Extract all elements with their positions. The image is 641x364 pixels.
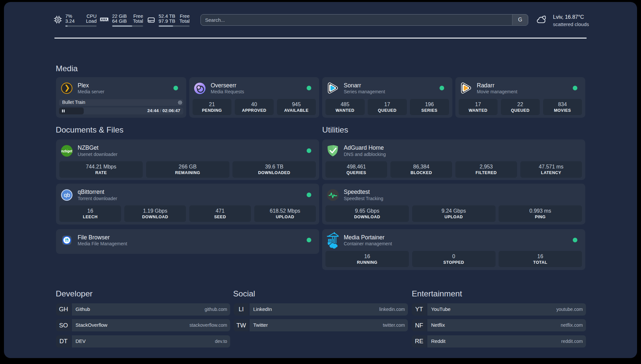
svg-text:qb: qb [64, 192, 70, 198]
svg-text:nzbget: nzbget [61, 149, 72, 153]
